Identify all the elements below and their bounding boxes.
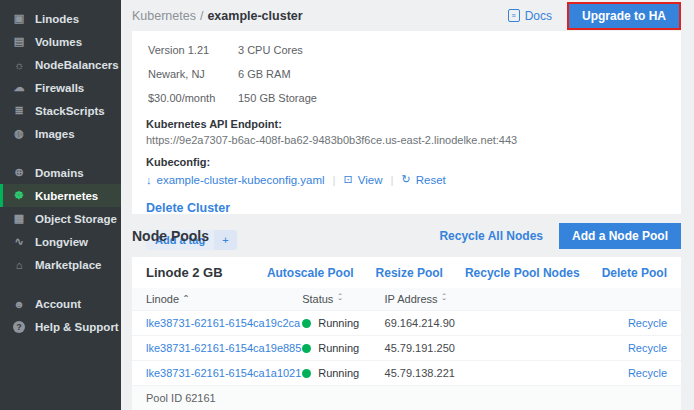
spec-row: $30.00/month 150 GB Storage xyxy=(148,92,317,114)
sidebar-item-kubernetes[interactable]: ☸ Kubernetes xyxy=(0,184,121,207)
recycle-pool-nodes-link[interactable]: Recycle Pool Nodes xyxy=(465,266,580,280)
firewalls-icon: ☁ xyxy=(12,81,26,94)
sidebar-item-account[interactable]: ☻ Account xyxy=(0,292,121,315)
column-header-status[interactable]: Statusˆˇ xyxy=(302,288,384,311)
status-dot-icon xyxy=(302,319,311,328)
cluster-storage: 150 GB Storage xyxy=(238,92,317,114)
sidebar-item-stackscripts[interactable]: ≣ StackScripts xyxy=(0,99,121,122)
table-header-row: Linodeˆ Statusˆˇ IP Addressˆˇ xyxy=(132,288,681,311)
sidebar-item-label: Help & Support xyxy=(35,321,119,333)
breadcrumb: Kubernetes/example-cluster xyxy=(132,9,303,23)
pool-action-links: Autoscale Pool Resize Pool Recycle Pool … xyxy=(267,266,667,280)
account-icon: ☻ xyxy=(12,298,26,310)
status-text: Running xyxy=(318,367,359,379)
sort-icon: ˆˇ xyxy=(338,295,341,305)
status-dot-icon xyxy=(302,369,311,378)
linodes-icon: ▣ xyxy=(12,12,26,25)
kubeconfig-download-link[interactable]: ↓ example-cluster-kubeconfig.yaml xyxy=(146,174,325,186)
pool-header: Linode 2 GB Autoscale Pool Resize Pool R… xyxy=(132,257,681,288)
sidebar-item-label: StackScripts xyxy=(35,105,105,117)
table-row: lke38731-62161-6154ca19c2ca Running 69.1… xyxy=(132,311,681,336)
kubeconfig-reset-link[interactable]: ↻ Reset xyxy=(402,173,446,186)
kubernetes-icon: ☸ xyxy=(12,189,26,202)
table-row: lke38731-62161-6154ca19e885 Running 45.7… xyxy=(132,336,681,361)
sidebar-item-linodes[interactable]: ▣ Linodes xyxy=(0,7,121,30)
sidebar-item-label: Marketplace xyxy=(35,259,101,271)
pool-id-footer: Pool ID 62161 xyxy=(132,385,681,410)
api-endpoint-label: Kubernetes API Endpoint: xyxy=(146,118,667,130)
cluster-price: $30.00/month xyxy=(148,92,236,114)
sidebar-item-images[interactable]: ◍ Images xyxy=(0,122,121,145)
sidebar-item-marketplace[interactable]: ⌂ Marketplace xyxy=(0,253,121,276)
column-header-linode[interactable]: Linodeˆ xyxy=(132,288,302,311)
column-label: Linode xyxy=(146,293,179,305)
status-text: Running xyxy=(318,317,359,329)
sidebar-item-object-storage[interactable]: ▦ Object Storage xyxy=(0,207,121,230)
sidebar-item-label: Object Storage xyxy=(35,213,117,225)
download-icon: ↓ xyxy=(146,174,152,186)
cluster-cpu: 3 CPU Cores xyxy=(238,44,317,66)
table-row: lke38731-62161-6154ca1a1021 Running 45.7… xyxy=(132,361,681,386)
column-header-actions xyxy=(560,288,681,311)
breadcrumb-current-cluster: example-cluster xyxy=(207,9,302,23)
reset-label: Reset xyxy=(416,174,446,186)
recycle-node-link[interactable]: Recycle xyxy=(560,361,681,386)
sidebar-item-help-support[interactable]: ? Help & Support xyxy=(0,315,121,338)
recycle-node-link[interactable]: Recycle xyxy=(560,311,681,336)
sidebar-item-domains[interactable]: ⊕ Domains xyxy=(0,161,121,184)
docs-label: Docs xyxy=(525,9,552,23)
kubeconfig-label: Kubeconfig: xyxy=(146,156,667,168)
main-content: Kubernetes/example-cluster ≡ Docs Upgrad… xyxy=(121,0,694,410)
status-dot-icon xyxy=(302,344,311,353)
object-storage-icon: ▦ xyxy=(12,212,26,225)
breadcrumb-kubernetes-link[interactable]: Kubernetes xyxy=(132,9,196,23)
upgrade-button-annotation-highlight: Upgrade to HA xyxy=(567,2,681,30)
sidebar-group-compute: ▣ Linodes ▤ Volumes ☼ NodeBalancers ☁ Fi… xyxy=(0,7,121,145)
upgrade-to-ha-button[interactable]: Upgrade to HA xyxy=(569,4,679,28)
marketplace-icon: ⌂ xyxy=(12,259,26,271)
recycle-node-link[interactable]: Recycle xyxy=(560,336,681,361)
api-endpoint-url: https://9e2a7307-b6ac-408f-ba62-9483b0b3… xyxy=(146,134,667,146)
delete-cluster-link[interactable]: Delete Cluster xyxy=(146,201,230,215)
resize-pool-link[interactable]: Resize Pool xyxy=(376,266,443,280)
volumes-icon: ▤ xyxy=(12,35,26,48)
divider: | xyxy=(391,174,394,186)
node-link[interactable]: lke38731-62161-6154ca1a1021 xyxy=(132,361,302,386)
cluster-summary-card: Version 1.21 3 CPU Cores Newark, NJ 6 GB… xyxy=(132,31,681,214)
sidebar-item-nodebalancers[interactable]: ☼ NodeBalancers xyxy=(0,53,121,76)
node-pools-actions: Recycle All Nodes Add a Node Pool xyxy=(439,223,681,249)
autoscale-pool-link[interactable]: Autoscale Pool xyxy=(267,266,354,280)
node-ip: 45.79.191.250 xyxy=(385,336,561,361)
sidebar-item-longview[interactable]: ∿ Longview xyxy=(0,230,121,253)
node-link[interactable]: lke38731-62161-6154ca19e885 xyxy=(132,336,302,361)
images-icon: ◍ xyxy=(12,127,26,140)
kubeconfig-actions: ↓ example-cluster-kubeconfig.yaml | ⊡ Vi… xyxy=(146,173,667,186)
docs-link[interactable]: ≡ Docs xyxy=(508,9,552,23)
sort-icon: ˆˇ xyxy=(443,295,446,305)
cluster-ram: 6 GB RAM xyxy=(238,68,317,90)
sidebar-item-label: Volumes xyxy=(35,36,82,48)
sidebar-item-label: Linodes xyxy=(35,13,79,25)
spec-row: Newark, NJ 6 GB RAM xyxy=(148,68,317,90)
sidebar-item-label: Longview xyxy=(35,236,88,248)
recycle-all-nodes-link[interactable]: Recycle All Nodes xyxy=(439,229,543,243)
header-actions: ≡ Docs Upgrade to HA xyxy=(508,2,681,30)
domains-icon: ⊕ xyxy=(12,166,26,179)
node-link[interactable]: lke38731-62161-6154ca19c2ca xyxy=(132,311,302,336)
sidebar-item-label: Images xyxy=(35,128,75,140)
node-ip: 69.164.214.90 xyxy=(385,311,561,336)
add-node-pool-button[interactable]: Add a Node Pool xyxy=(559,223,681,249)
kubeconfig-file-name: example-cluster-kubeconfig.yaml xyxy=(157,174,325,186)
column-header-ip-address[interactable]: IP Addressˆˇ xyxy=(385,288,561,311)
delete-pool-link[interactable]: Delete Pool xyxy=(602,266,667,280)
sidebar-item-volumes[interactable]: ▤ Volumes xyxy=(0,30,121,53)
longview-icon: ∿ xyxy=(12,235,26,248)
node-status: Running xyxy=(302,361,384,386)
node-ip: 45.79.138.221 xyxy=(385,361,561,386)
node-status: Running xyxy=(302,311,384,336)
status-text: Running xyxy=(318,342,359,354)
sidebar-item-label: Firewalls xyxy=(35,82,84,94)
kubeconfig-view-link[interactable]: ⊡ View xyxy=(344,173,383,186)
pool-nodes-table: Linodeˆ Statusˆˇ IP Addressˆˇ lke38731-6… xyxy=(132,288,681,385)
sidebar-item-firewalls[interactable]: ☁ Firewalls xyxy=(0,76,121,99)
